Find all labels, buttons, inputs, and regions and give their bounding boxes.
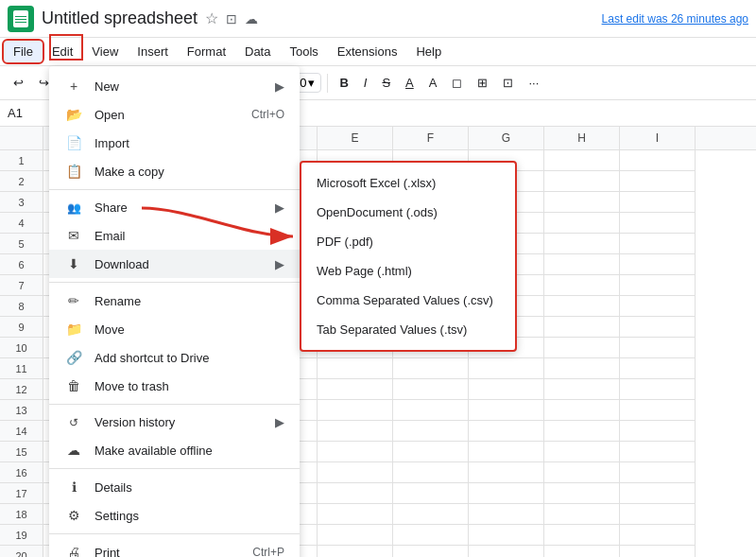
- file-menu-shortcut[interactable]: 🔗 Add shortcut to Drive: [49, 343, 300, 372]
- cell-20-5[interactable]: [318, 546, 393, 557]
- col-header-f[interactable]: F: [393, 127, 469, 149]
- row-num-4[interactable]: 4: [0, 213, 43, 234]
- cell-12-8[interactable]: [544, 379, 620, 400]
- cell-16-5[interactable]: [318, 462, 393, 483]
- file-menu-version-history[interactable]: ↺ Version history ▶: [49, 409, 300, 436]
- file-menu-offline[interactable]: ☁ Make available offline: [49, 436, 300, 464]
- borders-button[interactable]: ⊞: [472, 72, 493, 94]
- file-menu-print[interactable]: 🖨 Print Ctrl+P: [49, 538, 300, 557]
- row-num-8[interactable]: 8: [0, 296, 43, 317]
- menu-help[interactable]: Help: [406, 41, 451, 62]
- cell-11-7[interactable]: [469, 358, 544, 379]
- cell-11-9[interactable]: [620, 358, 696, 379]
- row-num-11[interactable]: 11: [0, 358, 43, 379]
- more-button[interactable]: ···: [523, 72, 544, 94]
- menu-format[interactable]: Format: [178, 41, 235, 62]
- undo-button[interactable]: ↩: [8, 72, 29, 94]
- row-num-15[interactable]: 15: [0, 442, 43, 462]
- cell-reference[interactable]: A1: [8, 106, 55, 120]
- cell-16-7[interactable]: [469, 462, 544, 483]
- cell-18-8[interactable]: [544, 504, 620, 525]
- row-num-7[interactable]: 7: [0, 275, 43, 296]
- file-menu-email[interactable]: ✉ Email ▶: [49, 221, 300, 250]
- file-menu-rename[interactable]: ✏ Rename: [49, 287, 300, 315]
- col-header-g[interactable]: G: [469, 127, 544, 149]
- cell-5-8[interactable]: [544, 234, 620, 254]
- menu-data[interactable]: Data: [235, 41, 280, 62]
- row-num-14[interactable]: 14: [0, 421, 43, 442]
- row-num-18[interactable]: 18: [0, 504, 43, 525]
- cell-11-6[interactable]: [393, 358, 469, 379]
- cell-14-9[interactable]: [620, 421, 696, 442]
- drive-icon[interactable]: ⊡: [226, 11, 237, 26]
- file-menu-copy[interactable]: 📋 Make a copy: [49, 157, 300, 185]
- cell-16-6[interactable]: [393, 462, 469, 483]
- download-html[interactable]: Web Page (.html): [301, 256, 515, 286]
- cell-19-6[interactable]: [393, 525, 469, 546]
- italic-button[interactable]: I: [358, 72, 373, 94]
- cell-2-8[interactable]: [544, 171, 620, 192]
- cell-20-8[interactable]: [544, 546, 620, 557]
- cell-13-9[interactable]: [620, 400, 696, 421]
- star-icon[interactable]: ☆: [205, 9, 218, 27]
- cell-14-8[interactable]: [544, 421, 620, 442]
- cell-14-6[interactable]: [393, 421, 469, 442]
- cell-17-8[interactable]: [544, 483, 620, 504]
- cell-8-9[interactable]: [620, 296, 696, 317]
- cell-1-9[interactable]: [620, 150, 696, 171]
- cloud-icon[interactable]: ☁: [245, 11, 258, 26]
- cell-3-9[interactable]: [620, 192, 696, 213]
- cell-16-9[interactable]: [620, 462, 696, 483]
- cell-13-8[interactable]: [544, 400, 620, 421]
- document-title[interactable]: Untitled spreadsheet: [42, 9, 198, 28]
- cell-17-7[interactable]: [469, 483, 544, 504]
- row-num-5[interactable]: 5: [0, 234, 43, 254]
- col-header-e[interactable]: E: [318, 127, 393, 149]
- cell-17-9[interactable]: [620, 483, 696, 504]
- cell-11-5[interactable]: [318, 358, 393, 379]
- cell-6-9[interactable]: [620, 254, 696, 275]
- row-num-3[interactable]: 3: [0, 192, 43, 213]
- file-menu-open[interactable]: 📂 Open Ctrl+O: [49, 100, 300, 129]
- menu-tools[interactable]: Tools: [280, 41, 327, 62]
- underline-button[interactable]: A: [400, 72, 420, 94]
- cell-13-7[interactable]: [469, 400, 544, 421]
- menu-edit[interactable]: Edit: [43, 41, 82, 62]
- cell-2-9[interactable]: [620, 171, 696, 192]
- file-menu-new[interactable]: + New ▶: [49, 72, 300, 100]
- cell-20-7[interactable]: [469, 546, 544, 557]
- cell-9-8[interactable]: [544, 317, 620, 338]
- row-num-17[interactable]: 17: [0, 483, 43, 504]
- cell-10-9[interactable]: [620, 338, 696, 358]
- file-menu-import[interactable]: 📄 Import: [49, 129, 300, 157]
- cell-1-8[interactable]: [544, 150, 620, 171]
- cell-12-6[interactable]: [393, 379, 469, 400]
- cell-6-8[interactable]: [544, 254, 620, 275]
- fill-color-button[interactable]: ◻: [446, 72, 468, 94]
- cell-13-5[interactable]: [318, 400, 393, 421]
- cell-11-8[interactable]: [544, 358, 620, 379]
- bold-button[interactable]: B: [334, 72, 353, 94]
- row-num-9[interactable]: 9: [0, 317, 43, 338]
- row-num-16[interactable]: 16: [0, 462, 43, 483]
- cell-20-9[interactable]: [620, 546, 696, 557]
- menu-view[interactable]: View: [82, 41, 128, 62]
- cell-18-6[interactable]: [393, 504, 469, 525]
- cell-15-7[interactable]: [469, 442, 544, 462]
- menu-insert[interactable]: Insert: [128, 41, 178, 62]
- row-num-20[interactable]: 20: [0, 546, 43, 557]
- row-num-6[interactable]: 6: [0, 254, 43, 275]
- cell-3-8[interactable]: [544, 192, 620, 213]
- cell-17-6[interactable]: [393, 483, 469, 504]
- cell-18-9[interactable]: [620, 504, 696, 525]
- cell-18-7[interactable]: [469, 504, 544, 525]
- file-menu-download[interactable]: ⬇ Download ▶: [49, 250, 300, 278]
- col-header-h[interactable]: H: [544, 127, 620, 149]
- cell-15-5[interactable]: [318, 442, 393, 462]
- file-menu-share[interactable]: 👥 Share ▶: [49, 194, 300, 221]
- cell-8-8[interactable]: [544, 296, 620, 317]
- row-num-2[interactable]: 2: [0, 171, 43, 192]
- cell-15-8[interactable]: [544, 442, 620, 462]
- merge-button[interactable]: ⊡: [497, 72, 519, 94]
- cell-15-9[interactable]: [620, 442, 696, 462]
